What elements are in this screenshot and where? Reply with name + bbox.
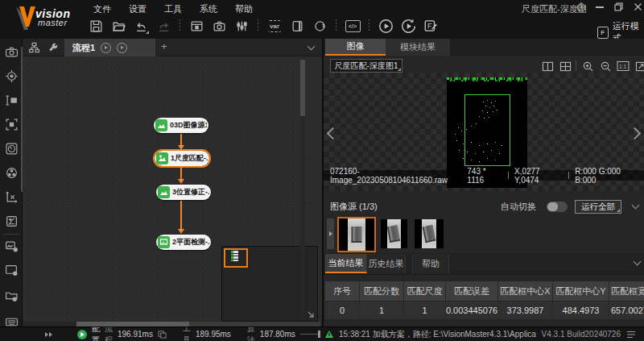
run-all-button[interactable]: 运行全部 xyxy=(575,200,621,214)
col-match-error[interactable]: 匹配误差 xyxy=(446,281,498,301)
split-two-view-icon[interactable] xyxy=(541,60,554,72)
source-bar-chevron-icon[interactable] xyxy=(632,202,640,210)
node-label: 2平面检测-... xyxy=(172,237,209,247)
save-button[interactable] xyxy=(87,17,105,35)
restore-button[interactable] xyxy=(614,2,623,11)
time-detail-icon[interactable] xyxy=(158,331,167,339)
split-four-view-icon[interactable] xyxy=(559,60,572,72)
actual-size-icon[interactable]: 1:1 xyxy=(617,60,630,72)
menu-file[interactable]: 文件 xyxy=(90,2,114,16)
sidebar-calculator-icon[interactable] xyxy=(4,214,19,228)
tab-help[interactable]: 帮助 xyxy=(412,254,449,273)
image-viewer[interactable]: 072160-Image_20230508104611660.raw 743 *… xyxy=(324,73,644,191)
thumbnail-3[interactable] xyxy=(415,219,444,248)
col-box-width[interactable]: 匹配框宽度 xyxy=(609,281,644,301)
sidebar-separator xyxy=(3,234,19,235)
zoom-in-icon[interactable] xyxy=(581,60,594,72)
flow-tab-bar: 流程1 + xyxy=(23,39,322,56)
scheme-switch-button[interactable] xyxy=(288,17,306,35)
sidebar-screen-config-icon[interactable] xyxy=(4,263,19,277)
svg-text:F: F xyxy=(427,22,432,30)
tab-image[interactable]: 图像 xyxy=(325,39,386,56)
flow-node-position-fix[interactable]: 3位置修正-... xyxy=(156,185,211,200)
tab-module-result[interactable]: 模块结果 xyxy=(386,39,450,56)
flow-node-scale-match[interactable]: 1尺度匹配-... xyxy=(155,151,209,166)
col-index[interactable]: 序号 xyxy=(325,281,360,301)
minimap-node xyxy=(231,254,238,256)
zoom-out-icon[interactable] xyxy=(599,60,612,72)
run-continuous-button[interactable] xyxy=(399,17,417,35)
sidebar-folder-config-icon[interactable] xyxy=(4,289,19,303)
open-folder-button[interactable] xyxy=(109,17,127,35)
thumbnail-1-selected[interactable] xyxy=(337,217,376,252)
camera-button[interactable] xyxy=(210,17,228,35)
communication-refresh-button[interactable] xyxy=(311,17,328,35)
col-match-scale[interactable]: 匹配尺度 xyxy=(404,281,446,301)
log-list-icon[interactable] xyxy=(626,331,636,339)
flow-zoom-slider[interactable] xyxy=(300,331,320,338)
close-button[interactable] xyxy=(634,2,642,11)
flow-run-loop-icon[interactable] xyxy=(117,43,127,53)
next-image-button[interactable] xyxy=(629,127,642,140)
col-match-score[interactable]: 匹配分数 xyxy=(360,281,404,301)
col-center-x[interactable]: 匹配框中心X xyxy=(498,281,553,301)
minimap-viewport[interactable] xyxy=(224,248,248,268)
col-center-y[interactable]: 匹配框中心Y xyxy=(553,281,609,301)
flow-node-image-source[interactable]: 03D图像源1 xyxy=(154,118,208,133)
thumbnail-expander[interactable] xyxy=(327,218,334,249)
minimap-resize-icon[interactable] xyxy=(307,310,315,318)
previous-image-button[interactable] xyxy=(327,127,340,140)
log-level-icon[interactable] xyxy=(325,331,333,338)
run-once-button[interactable] xyxy=(377,17,394,35)
flow-tab[interactable]: 流程1 xyxy=(64,39,155,56)
sidebar-gauge-icon[interactable] xyxy=(4,141,19,156)
timer-icon[interactable] xyxy=(576,2,586,12)
redo-button[interactable] xyxy=(155,17,172,35)
sidebar-measure-icon[interactable] xyxy=(4,93,19,107)
auto-switch-toggle[interactable] xyxy=(547,202,568,212)
fit-window-icon[interactable] xyxy=(634,60,644,72)
expand-panel-icon[interactable] xyxy=(45,332,52,337)
thumbnail-2[interactable] xyxy=(381,219,407,248)
menu-tools[interactable]: 工具 xyxy=(161,2,185,16)
module-settings-button[interactable] xyxy=(233,17,250,35)
tab-history-result[interactable]: 历史结果 xyxy=(367,254,406,273)
run-mode-icon: F xyxy=(597,27,609,39)
menu-system[interactable]: 系统 xyxy=(196,2,221,16)
flow-node-plane-detect[interactable]: 2平面检测-... xyxy=(156,235,211,250)
flow-connector-arrow xyxy=(180,201,182,230)
flow-canvas[interactable]: 03D图像源1 1尺度匹配-... 3位置修正-... 2平面检测-... xyxy=(23,56,322,322)
info-separator xyxy=(508,172,509,179)
right-panel-tab-bar: 图像 模块结果 xyxy=(324,39,644,56)
script-button[interactable]: </> xyxy=(344,17,361,35)
minimap-node xyxy=(231,260,238,262)
flow-hierarchy-icon[interactable] xyxy=(28,42,40,54)
node-label: 3位置修正-... xyxy=(172,187,209,198)
undo-button[interactable] xyxy=(132,17,150,35)
sidebar-image-edit-icon[interactable] xyxy=(4,239,19,253)
edit-scheme-button[interactable]: F xyxy=(422,17,440,35)
flow-vertical-scrollbar-thumb[interactable] xyxy=(300,60,305,116)
view-selector-dropdown[interactable]: 尺度匹配-深度图1 xyxy=(330,59,402,73)
variable-button[interactable]: var xyxy=(266,17,283,35)
image-info-bar: 072160-Image_20230508104611660.raw 743 *… xyxy=(324,170,644,181)
sidebar-recognition-icon[interactable] xyxy=(4,117,19,131)
add-flow-tab-button[interactable]: + xyxy=(161,40,167,52)
sidebar-color-analysis-icon[interactable] xyxy=(4,165,19,180)
flow-tabbar-chevron-icon[interactable] xyxy=(308,43,316,51)
flow-run-once-icon[interactable] xyxy=(101,43,111,53)
minimize-button[interactable] xyxy=(596,6,604,8)
menu-help[interactable]: 帮助 xyxy=(232,2,256,16)
flow-vertical-scrollbar[interactable] xyxy=(300,58,305,320)
sidebar-calibration-icon[interactable] xyxy=(4,189,19,204)
table-data-row[interactable]: 0 1 1 0.003445076 373.9987 484.4973 657.… xyxy=(325,301,644,319)
flow-wrench-icon[interactable] xyxy=(47,42,59,53)
sidebar-locate-icon[interactable] xyxy=(4,69,19,83)
image-noise-band xyxy=(447,80,527,81)
window-export-button[interactable] xyxy=(188,17,205,35)
one-to-one-glyph: 1:1 xyxy=(619,64,626,69)
tab-current-result[interactable]: 当前结果 xyxy=(325,254,367,273)
thumbnail-image xyxy=(387,219,401,248)
sidebar-camera-icon[interactable] xyxy=(4,44,19,59)
menu-settings[interactable]: 设置 xyxy=(126,2,150,16)
